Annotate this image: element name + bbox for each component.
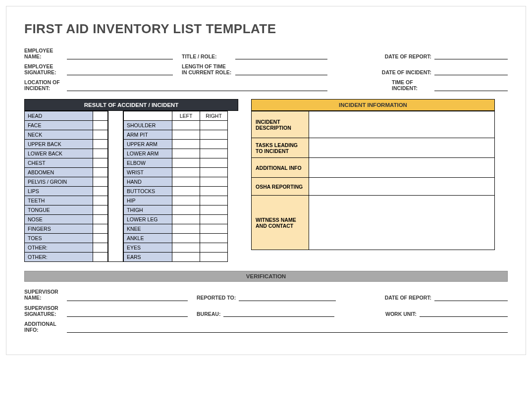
check-cell[interactable]: [93, 253, 108, 262]
right-cell[interactable]: [200, 243, 228, 253]
left-cell[interactable]: [172, 158, 200, 168]
right-cell[interactable]: [200, 187, 228, 196]
check-cell[interactable]: [93, 205, 108, 215]
right-cell[interactable]: [200, 177, 228, 187]
right-cell[interactable]: [200, 130, 228, 140]
right-cell[interactable]: [200, 140, 228, 149]
input-length-of-time[interactable]: [235, 68, 327, 75]
body-part-label: ABDOMEN: [25, 168, 93, 177]
check-cell[interactable]: [93, 196, 108, 205]
info-label: TASKS LEADING TO INCIDENT: [252, 138, 309, 158]
left-cell[interactable]: [172, 168, 200, 177]
left-cell[interactable]: [172, 140, 200, 149]
input-supervisor-signature[interactable]: [67, 310, 188, 317]
input-supervisor-name[interactable]: [67, 294, 188, 301]
body-part-label: PELVIS / GROIN: [25, 177, 93, 187]
input-date-of-incident[interactable]: [434, 68, 508, 75]
body-part-label: BUTTOCKS: [124, 187, 172, 196]
check-cell[interactable]: [93, 121, 108, 130]
info-label: ADDITIONAL INFO: [252, 158, 309, 178]
body-part-label: UPPER BACK: [25, 140, 93, 149]
left-cell[interactable]: [172, 149, 200, 158]
right-cell[interactable]: [200, 149, 228, 158]
check-cell[interactable]: [93, 243, 108, 253]
info-value[interactable]: [309, 196, 495, 250]
left-cell[interactable]: [172, 215, 200, 224]
right-cell[interactable]: [200, 205, 228, 215]
input-employee-name[interactable]: [67, 52, 173, 59]
left-cell[interactable]: [172, 253, 200, 262]
right-cell[interactable]: [200, 215, 228, 224]
right-cell[interactable]: [200, 196, 228, 205]
check-cell[interactable]: [93, 177, 108, 187]
left-cell[interactable]: [172, 205, 200, 215]
left-cell[interactable]: [172, 121, 200, 130]
input-additional-info[interactable]: [67, 326, 508, 333]
input-bureau[interactable]: [223, 310, 334, 317]
input-location-of-incident[interactable]: [67, 84, 327, 91]
body-part-table-right: LEFTRIGHTSHOULDERARM PITUPPER ARMLOWER A…: [123, 111, 228, 262]
input-time-of-incident[interactable]: [434, 84, 508, 91]
left-cell[interactable]: [172, 196, 200, 205]
info-label: INCIDENT DESCRIPTION: [252, 111, 309, 138]
body-part-label: UPPER ARM: [124, 140, 172, 149]
body-part-label: NOSE: [25, 215, 93, 224]
body-part-label: FINGERS: [25, 224, 93, 234]
input-bottom-date-of-report[interactable]: [434, 294, 508, 301]
input-employee-signature[interactable]: [67, 68, 173, 75]
body-part-label: HIP: [124, 196, 172, 205]
info-value[interactable]: [309, 111, 495, 138]
body-part-label: ELBOW: [124, 158, 172, 168]
tables-container: RESULT OF ACCIDENT / INCIDENT HEADFACENE…: [24, 99, 508, 262]
right-cell[interactable]: [200, 224, 228, 234]
body-part-label: TOES: [25, 234, 93, 243]
right-cell[interactable]: [200, 168, 228, 177]
body-part-label: HAND: [124, 177, 172, 187]
check-cell[interactable]: [93, 224, 108, 234]
left-cell[interactable]: [172, 177, 200, 187]
page-title: FIRST AID INVENTORY LIST TEMPLATE: [24, 21, 508, 37]
left-cell[interactable]: [172, 234, 200, 243]
right-cell[interactable]: [200, 234, 228, 243]
incident-block: INCIDENT INFORMATION INCIDENT DESCRIPTIO…: [251, 99, 495, 250]
verification-header: VERIFICATION: [24, 271, 508, 282]
input-work-unit[interactable]: [420, 310, 508, 317]
info-value[interactable]: [309, 158, 495, 178]
check-cell[interactable]: [93, 130, 108, 140]
body-part-label: LIPS: [25, 187, 93, 196]
body-part-label: ARM PIT: [124, 130, 172, 140]
check-cell[interactable]: [93, 111, 108, 121]
info-value[interactable]: [309, 178, 495, 196]
table-gap: [108, 111, 123, 262]
lr-right-header: RIGHT: [200, 111, 228, 121]
check-cell[interactable]: [93, 149, 108, 158]
left-cell[interactable]: [172, 130, 200, 140]
body-part-label: CHEST: [25, 158, 93, 168]
left-cell[interactable]: [172, 224, 200, 234]
left-cell[interactable]: [172, 187, 200, 196]
info-label: WITNESS NAME AND CONTACT: [252, 196, 309, 250]
label-date-of-incident: DATE OF INCIDENT:: [382, 69, 434, 75]
check-cell[interactable]: [93, 158, 108, 168]
incident-info-table: INCIDENT DESCRIPTIONTASKS LEADING TO INC…: [251, 111, 495, 250]
body-part-label: KNEE: [124, 224, 172, 234]
body-part-table-left: HEADFACENECKUPPER BACKLOWER BACKCHESTABD…: [24, 111, 108, 262]
input-reported-to[interactable]: [239, 294, 336, 301]
right-cell[interactable]: [200, 158, 228, 168]
right-cell[interactable]: [200, 121, 228, 130]
label-supervisor-signature: SUPERVISOR SIGNATURE:: [24, 305, 67, 317]
input-date-of-report[interactable]: [434, 52, 508, 59]
left-cell[interactable]: [172, 243, 200, 253]
check-cell[interactable]: [93, 140, 108, 149]
check-cell[interactable]: [93, 234, 108, 243]
check-cell[interactable]: [93, 187, 108, 196]
body-part-label: LOWER LEG: [124, 215, 172, 224]
right-cell[interactable]: [200, 253, 228, 262]
check-cell[interactable]: [93, 168, 108, 177]
label-title-role: TITLE / ROLE:: [182, 53, 235, 59]
label-bottom-date-of-report: DATE OF REPORT:: [385, 295, 434, 301]
body-part-label: EYES: [124, 243, 172, 253]
input-title-role[interactable]: [235, 52, 327, 59]
info-value[interactable]: [309, 138, 495, 158]
check-cell[interactable]: [93, 215, 108, 224]
